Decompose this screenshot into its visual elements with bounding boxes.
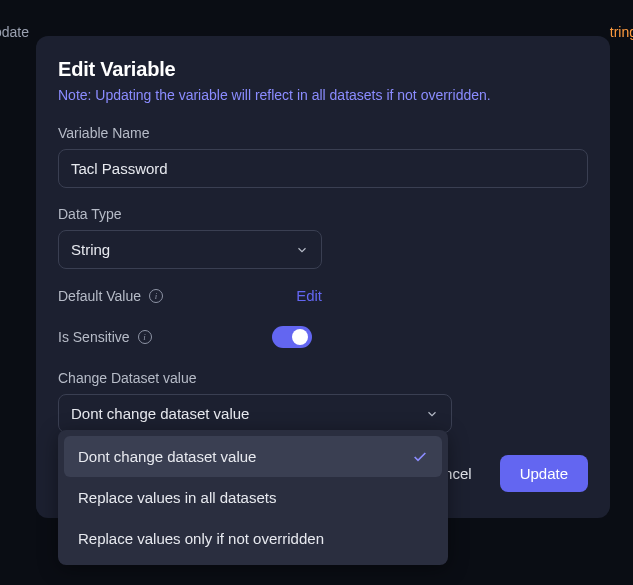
change-dataset-selected: Dont change dataset value <box>71 405 249 422</box>
dropdown-item[interactable]: Replace values in all datasets <box>64 477 442 518</box>
chevron-down-icon <box>425 407 439 421</box>
dropdown-item[interactable]: Dont change dataset value <box>64 436 442 477</box>
dropdown-item-label: Replace values in all datasets <box>78 489 276 506</box>
info-icon: i <box>138 330 152 344</box>
dropdown-item-label: Replace values only if not overridden <box>78 530 324 547</box>
bg-text-left: odate <box>0 24 29 40</box>
change-dataset-label: Change Dataset value <box>58 370 588 386</box>
dropdown-item-label: Dont change dataset value <box>78 448 256 465</box>
update-button[interactable]: Update <box>500 455 588 492</box>
bg-text-right: tring <box>610 24 633 40</box>
is-sensitive-label: Is Sensitive <box>58 329 130 345</box>
is-sensitive-label-row: Is Sensitive i <box>58 329 152 345</box>
variable-name-input[interactable] <box>58 149 588 188</box>
is-sensitive-toggle[interactable] <box>272 326 312 348</box>
default-value-edit-link[interactable]: Edit <box>296 287 322 304</box>
check-icon <box>412 449 428 465</box>
variable-name-label: Variable Name <box>58 125 588 141</box>
modal-title: Edit Variable <box>58 58 588 81</box>
data-type-selected: String <box>71 241 110 258</box>
modal-note: Note: Updating the variable will reflect… <box>58 87 588 103</box>
data-type-select[interactable]: String <box>58 230 322 269</box>
default-value-label: Default Value <box>58 288 141 304</box>
data-type-label: Data Type <box>58 206 588 222</box>
toggle-knob <box>292 329 308 345</box>
default-value-label-row: Default Value i <box>58 288 163 304</box>
chevron-down-icon <box>295 243 309 257</box>
change-dataset-select[interactable]: Dont change dataset value <box>58 394 452 433</box>
change-dataset-dropdown: Dont change dataset value Replace values… <box>58 430 448 565</box>
info-icon: i <box>149 289 163 303</box>
dropdown-item[interactable]: Replace values only if not overridden <box>64 518 442 559</box>
